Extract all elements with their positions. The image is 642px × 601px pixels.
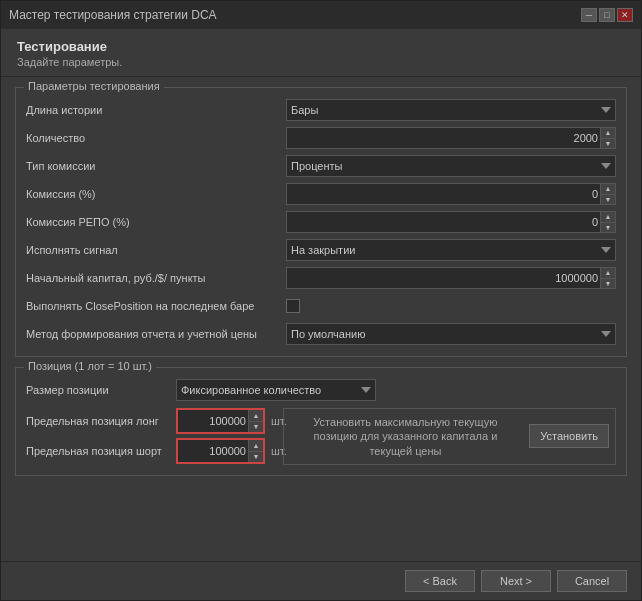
position-size-control: Фиксированное количество Процент от капи…	[176, 379, 616, 401]
short-row: Предельная позиция шорт ▲ ▼ шт.	[26, 438, 273, 464]
close-position-label: Выполнять ClosePosition на последнем бар…	[26, 300, 286, 312]
initial-capital-up-btn[interactable]: ▲	[601, 268, 615, 278]
quantity-input[interactable]	[286, 127, 601, 149]
header-title: Тестирование	[17, 39, 625, 54]
long-up-btn[interactable]: ▲	[249, 410, 263, 421]
test-params-group: Параметры тестирования Длина истории Бар…	[15, 87, 627, 357]
test-params-title: Параметры тестирования	[24, 80, 164, 92]
initial-capital-spinner-btns: ▲ ▼	[601, 267, 616, 289]
commission-label: Комиссия (%)	[26, 188, 286, 200]
execute-signal-label: Исполнять сигнал	[26, 244, 286, 256]
install-desc: Установить максимальную текущую позицию …	[290, 415, 522, 458]
initial-capital-spinner: ▲ ▼	[286, 267, 616, 289]
history-length-control: Бары Дни	[286, 99, 616, 121]
repo-commission-down-btn[interactable]: ▼	[601, 222, 615, 233]
repo-commission-input[interactable]	[286, 211, 601, 233]
header-subtitle: Задайте параметры.	[17, 56, 625, 68]
header-section: Тестирование Задайте параметры.	[1, 29, 641, 77]
report-method-label: Метод формирования отчета и учетной цены	[26, 327, 286, 341]
repo-commission-spinner-btns: ▲ ▼	[601, 211, 616, 233]
minimize-button[interactable]: ─	[581, 8, 597, 22]
long-input[interactable]	[178, 410, 248, 432]
cancel-button[interactable]: Cancel	[557, 570, 627, 592]
quantity-down-btn[interactable]: ▼	[601, 138, 615, 149]
close-position-checkbox[interactable]	[286, 299, 300, 313]
quantity-control: ▲ ▼	[286, 127, 616, 149]
initial-capital-input[interactable]	[286, 267, 601, 289]
long-short-section: Предельная позиция лонг ▲ ▼ шт.	[26, 408, 616, 465]
close-button[interactable]: ✕	[617, 8, 633, 22]
commission-type-label: Тип комиссии	[26, 160, 286, 172]
close-position-control	[286, 299, 616, 313]
short-spinner-btns: ▲ ▼	[248, 440, 263, 462]
history-length-select[interactable]: Бары Дни	[286, 99, 616, 121]
position-size-label: Размер позиции	[26, 384, 176, 396]
execute-signal-control: На закрытии На открытии	[286, 239, 616, 261]
title-bar-buttons: ─ □ ✕	[581, 8, 633, 22]
history-length-row: Длина истории Бары Дни	[26, 98, 616, 122]
quantity-spinner: ▲ ▼	[286, 127, 616, 149]
commission-row: Комиссия (%) ▲ ▼	[26, 182, 616, 206]
repo-commission-label: Комиссия РЕПО (%)	[26, 216, 286, 228]
install-section: Установить максимальную текущую позицию …	[283, 408, 616, 465]
commission-control: ▲ ▼	[286, 183, 616, 205]
content-area: Параметры тестирования Длина истории Бар…	[1, 77, 641, 561]
initial-capital-row: Начальный капитал, руб./$/ пункты ▲ ▼	[26, 266, 616, 290]
short-spinner: ▲ ▼	[176, 438, 265, 464]
short-up-btn[interactable]: ▲	[249, 440, 263, 451]
initial-capital-label: Начальный капитал, руб./$/ пункты	[26, 272, 286, 284]
position-size-select[interactable]: Фиксированное количество Процент от капи…	[176, 379, 376, 401]
back-button[interactable]: < Back	[405, 570, 475, 592]
position-group: Позиция (1 лот = 10 шт.) Размер позиции …	[15, 367, 627, 476]
next-button[interactable]: Next >	[481, 570, 551, 592]
window-title: Мастер тестирования стратегии DCA	[9, 8, 217, 22]
long-input-group: ▲ ▼ шт.	[176, 408, 287, 434]
short-input[interactable]	[178, 440, 248, 462]
initial-capital-control: ▲ ▼	[286, 267, 616, 289]
execute-signal-select[interactable]: На закрытии На открытии	[286, 239, 616, 261]
commission-spinner: ▲ ▼	[286, 183, 616, 205]
short-down-btn[interactable]: ▼	[249, 451, 263, 463]
history-length-label: Длина истории	[26, 104, 286, 116]
repo-commission-row: Комиссия РЕПО (%) ▲ ▼	[26, 210, 616, 234]
commission-type-row: Тип комиссии Проценты Фиксированная	[26, 154, 616, 178]
footer: < Back Next > Cancel	[1, 561, 641, 600]
report-method-row: Метод формирования отчета и учетной цены…	[26, 322, 616, 346]
commission-spinner-btns: ▲ ▼	[601, 183, 616, 205]
repo-commission-spinner: ▲ ▼	[286, 211, 616, 233]
report-method-select[interactable]: По умолчанию	[286, 323, 616, 345]
long-spinner: ▲ ▼	[176, 408, 265, 434]
long-row: Предельная позиция лонг ▲ ▼ шт.	[26, 408, 273, 434]
short-label: Предельная позиция шорт	[26, 445, 176, 457]
initial-capital-down-btn[interactable]: ▼	[601, 278, 615, 289]
long-label: Предельная позиция лонг	[26, 415, 176, 427]
execute-signal-row: Исполнять сигнал На закрытии На открытии	[26, 238, 616, 262]
long-short-inputs: Предельная позиция лонг ▲ ▼ шт.	[26, 408, 273, 465]
install-button[interactable]: Установить	[529, 424, 609, 448]
commission-type-select[interactable]: Проценты Фиксированная	[286, 155, 616, 177]
quantity-row: Количество ▲ ▼	[26, 126, 616, 150]
quantity-label: Количество	[26, 132, 286, 144]
position-size-row: Размер позиции Фиксированное количество …	[26, 378, 616, 402]
commission-down-btn[interactable]: ▼	[601, 194, 615, 205]
title-bar: Мастер тестирования стратегии DCA ─ □ ✕	[1, 1, 641, 29]
repo-commission-up-btn[interactable]: ▲	[601, 212, 615, 222]
commission-up-btn[interactable]: ▲	[601, 184, 615, 194]
long-down-btn[interactable]: ▼	[249, 421, 263, 433]
main-window: Мастер тестирования стратегии DCA ─ □ ✕ …	[0, 0, 642, 601]
commission-type-control: Проценты Фиксированная	[286, 155, 616, 177]
close-position-row: Выполнять ClosePosition на последнем бар…	[26, 294, 616, 318]
commission-input[interactable]	[286, 183, 601, 205]
quantity-spinner-btns: ▲ ▼	[601, 127, 616, 149]
maximize-button[interactable]: □	[599, 8, 615, 22]
report-method-control: По умолчанию	[286, 323, 616, 345]
quantity-up-btn[interactable]: ▲	[601, 128, 615, 138]
position-title: Позиция (1 лот = 10 шт.)	[24, 360, 156, 372]
short-input-group: ▲ ▼ шт.	[176, 438, 287, 464]
repo-commission-control: ▲ ▼	[286, 211, 616, 233]
long-spinner-btns: ▲ ▼	[248, 410, 263, 432]
